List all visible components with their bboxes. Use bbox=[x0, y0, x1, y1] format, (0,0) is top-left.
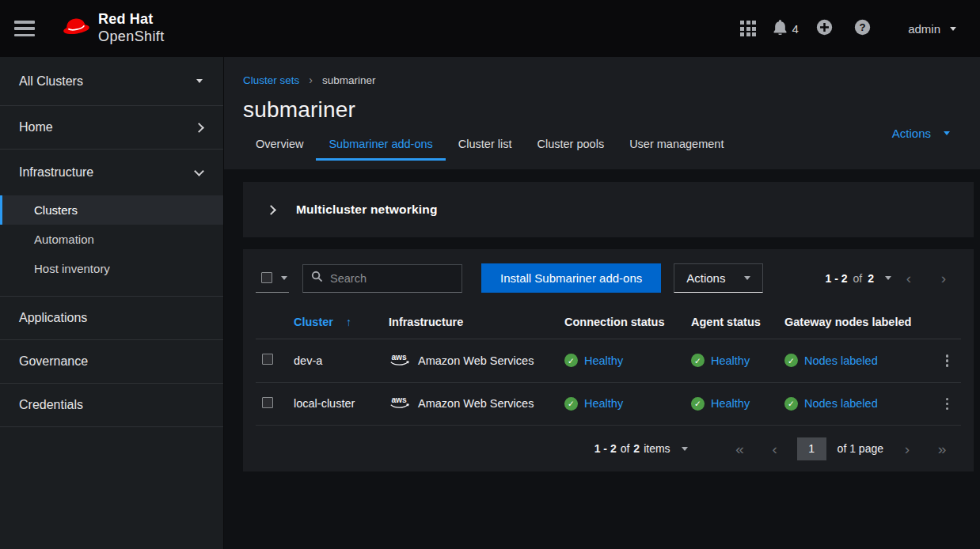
header-checkbox-cell bbox=[256, 305, 287, 339]
pagination-items-label: items bbox=[644, 442, 670, 455]
table-row: local-cluster aws Amazon Web Services bbox=[256, 382, 961, 426]
sidebar-item-label: Governance bbox=[19, 354, 88, 369]
page-nav-group: « ‹ of 1 page › » bbox=[723, 434, 959, 463]
sidebar-item-label: Home bbox=[19, 120, 53, 134]
gateway-nodes-link[interactable]: Nodes labeled bbox=[804, 354, 878, 367]
column-label: Gateway nodes labeled bbox=[784, 316, 911, 328]
add-resource-button[interactable] bbox=[805, 9, 843, 47]
sidebar-item-automation[interactable]: Automation bbox=[0, 225, 223, 254]
svg-text:aws: aws bbox=[391, 396, 407, 405]
page-actions-label: Actions bbox=[892, 127, 931, 140]
svg-text:aws: aws bbox=[391, 353, 407, 362]
search-input[interactable] bbox=[330, 272, 478, 285]
cluster-selector-dropdown[interactable]: All Clusters bbox=[0, 57, 223, 106]
bulk-select-dropdown[interactable] bbox=[256, 264, 289, 293]
page-of-label: of 1 page bbox=[838, 442, 883, 455]
main-content: Cluster sets › submariner submariner Ove… bbox=[224, 57, 980, 549]
sidebar-subitem-label: Host inventory bbox=[34, 262, 110, 275]
table-actions-dropdown[interactable]: Actions bbox=[674, 263, 763, 293]
cluster-name-cell: dev-a bbox=[287, 339, 382, 383]
user-menu-toggle[interactable]: admin bbox=[908, 22, 956, 36]
notification-count: 4 bbox=[792, 22, 798, 36]
select-all-checkbox[interactable] bbox=[261, 272, 272, 283]
multicluster-networking-expandable[interactable]: Multicluster networking bbox=[243, 182, 974, 237]
row-kebab-menu[interactable] bbox=[940, 395, 955, 414]
last-page-button[interactable]: » bbox=[925, 434, 959, 463]
connection-status-link[interactable]: Healthy bbox=[584, 354, 623, 367]
plus-circle-icon bbox=[816, 19, 833, 38]
brand-product: OpenShift bbox=[98, 28, 165, 46]
connection-status-link[interactable]: Healthy bbox=[584, 397, 623, 410]
current-page-input[interactable] bbox=[797, 437, 826, 460]
first-page-button[interactable]: « bbox=[723, 434, 758, 463]
svg-text:?: ? bbox=[859, 21, 865, 33]
question-circle-icon: ? bbox=[854, 19, 871, 38]
per-page-menu-toggle[interactable]: 1 - 2 of 2 bbox=[826, 272, 892, 285]
aws-icon: aws bbox=[389, 395, 411, 412]
angle-left-icon: ‹ bbox=[906, 270, 911, 286]
tab-bar: Overview Submariner add-ons Cluster list… bbox=[243, 134, 948, 161]
prev-page-button[interactable]: ‹ bbox=[758, 434, 792, 463]
caret-down-icon bbox=[682, 447, 688, 451]
username: admin bbox=[908, 22, 940, 36]
row-kebab-menu[interactable] bbox=[940, 351, 955, 370]
tab-user-management[interactable]: User management bbox=[617, 134, 736, 161]
pagination-of-label: of bbox=[621, 442, 630, 455]
column-header-infrastructure: Infrastructure bbox=[382, 305, 558, 339]
tab-cluster-pools[interactable]: Cluster pools bbox=[525, 134, 617, 161]
row-checkbox[interactable] bbox=[262, 354, 273, 365]
pagination-top: 1 - 2 of 2 ‹ › bbox=[826, 264, 962, 293]
connection-status: ✓Healthy bbox=[564, 354, 678, 367]
next-page-button[interactable]: › bbox=[890, 434, 925, 463]
sidebar-item-home[interactable]: Home bbox=[0, 106, 223, 150]
column-header-gateway-nodes: Gateway nodes labeled bbox=[778, 305, 925, 339]
masthead: Red Hat OpenShift 4 ? bbox=[0, 0, 980, 57]
sidebar-item-host-inventory[interactable]: Host inventory bbox=[0, 254, 223, 283]
agent-status-link[interactable]: Healthy bbox=[711, 354, 750, 367]
notifications-button[interactable]: 4 bbox=[767, 9, 805, 47]
search-icon bbox=[311, 271, 323, 286]
healthy-check-icon: ✓ bbox=[784, 397, 798, 411]
agent-status-link[interactable]: Healthy bbox=[711, 397, 750, 410]
healthy-check-icon: ✓ bbox=[691, 397, 705, 411]
sidebar-item-credentials[interactable]: Credentials bbox=[0, 384, 223, 427]
install-submariner-button[interactable]: Install Submariner add-ons bbox=[481, 263, 661, 293]
healthy-check-icon: ✓ bbox=[691, 354, 705, 367]
help-button[interactable]: ? bbox=[843, 9, 881, 47]
bell-icon bbox=[773, 20, 787, 37]
content-area: Multicluster networking Install Submarin… bbox=[224, 169, 980, 471]
nav-toggle-button[interactable] bbox=[14, 21, 35, 36]
column-header-agent-status: Agent status bbox=[685, 305, 778, 339]
gateway-nodes-status: ✓Nodes labeled bbox=[784, 397, 918, 411]
angle-right-icon: › bbox=[941, 270, 946, 286]
app-launcher-button[interactable] bbox=[729, 9, 767, 47]
header-actions-cell bbox=[925, 305, 961, 339]
sidebar-item-infrastructure[interactable]: Infrastructure bbox=[0, 150, 223, 195]
next-page-button[interactable]: › bbox=[926, 264, 961, 293]
tab-cluster-list[interactable]: Cluster list bbox=[446, 134, 525, 161]
pagination-of-label: of bbox=[853, 272, 863, 285]
tab-submariner-add-ons[interactable]: Submariner add-ons bbox=[316, 134, 445, 161]
items-per-page-toggle[interactable]: 1 - 2 of 2 items bbox=[594, 442, 688, 455]
gateway-nodes-link[interactable]: Nodes labeled bbox=[804, 397, 878, 410]
search-box bbox=[302, 264, 462, 293]
breadcrumb-cluster-sets-link[interactable]: Cluster sets bbox=[243, 74, 299, 86]
sidebar-item-governance[interactable]: Governance bbox=[0, 340, 223, 384]
tab-overview[interactable]: Overview bbox=[243, 134, 316, 161]
sidebar-item-label: Infrastructure bbox=[19, 165, 93, 180]
caret-down-icon bbox=[950, 27, 956, 31]
expand-chevron-icon bbox=[266, 205, 276, 215]
infrastructure-cell: aws Amazon Web Services bbox=[389, 395, 552, 412]
prev-page-button[interactable]: ‹ bbox=[891, 264, 926, 293]
pagination-range: 1 - 2 bbox=[594, 442, 617, 455]
redhat-fedora-icon bbox=[62, 17, 90, 40]
breadcrumb: Cluster sets › submariner bbox=[243, 74, 948, 86]
sidebar-nav: All Clusters Home Infrastructure Cluster… bbox=[0, 57, 224, 549]
sidebar-item-applications[interactable]: Applications bbox=[0, 297, 223, 340]
infrastructure-label: Amazon Web Services bbox=[418, 354, 534, 367]
sidebar-item-label: Credentials bbox=[19, 398, 83, 412]
sidebar-item-clusters[interactable]: Clusters bbox=[0, 195, 223, 225]
page-actions-dropdown[interactable]: Actions bbox=[892, 127, 950, 140]
row-checkbox[interactable] bbox=[262, 397, 273, 408]
column-header-cluster[interactable]: Cluster↑ bbox=[287, 305, 382, 339]
